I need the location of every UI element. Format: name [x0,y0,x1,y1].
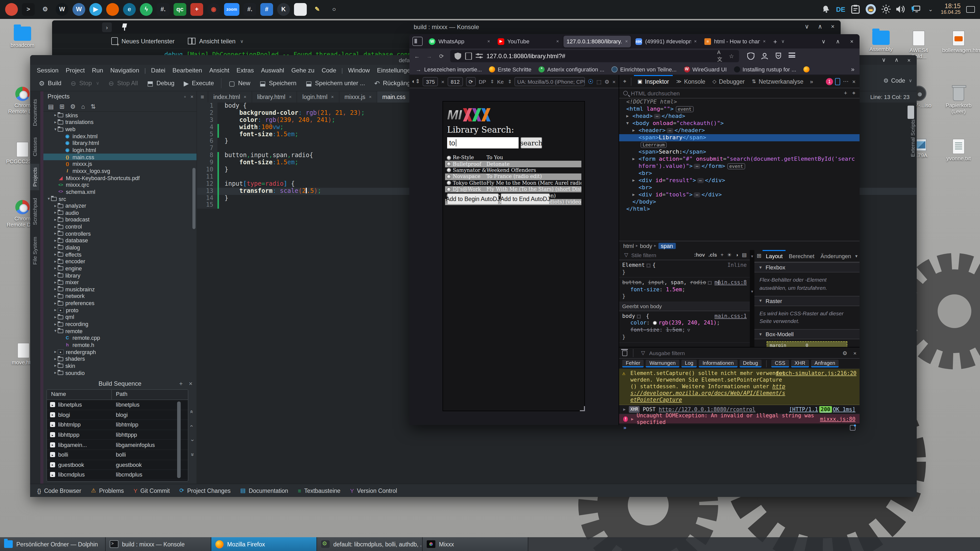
forward-icon[interactable]: → [426,52,433,60]
add-rule-icon[interactable]: + [721,252,724,258]
status-item-git-commit[interactable]: YGit Commit [134,487,170,494]
browser-tab-html-how-to-chan[interactable]: ≡html - How to chan× [701,35,769,47]
grid-section-header[interactable]: ▼Raster [754,295,859,306]
close-icon[interactable]: × [289,94,292,100]
console-warning[interactable]: ⚠ Element.setCapture() sollte nicht mehr… [619,369,859,405]
bookmark-star-icon[interactable]: ☆ [728,52,735,60]
desktop-icon[interactable]: yvonne.txt [942,139,975,162]
filter-chip-anfragen[interactable]: Anfragen [811,360,838,367]
tree-item-mixxx-keyboard-shortcuts.pdf[interactable]: ◢Mixxx-Keyboard-Shortcuts.pdf [43,175,197,181]
taskbar-item-dolphin[interactable]: Persönlicher Ordner — Dolphin [0,537,106,551]
inspector-search[interactable]: HTML durchsuchen +⌖ [619,88,859,98]
arrow-right-icon[interactable]: ▶ [632,156,635,163]
arrow-right-icon[interactable]: ▸ [53,356,58,361]
close-icon[interactable]: × [625,39,628,44]
column-header-name[interactable]: Name [47,390,112,400]
pencil-icon[interactable]: ✎ [311,3,324,16]
arrow-right-icon[interactable]: ▸ [53,266,58,271]
arrow-right-icon[interactable]: ▸ [53,218,58,222]
overridden-filter-icon[interactable]: ▽ [687,327,690,333]
virtual-desktop-pager[interactable] [966,6,975,13]
arrow-down-icon[interactable]: ▾ [53,127,58,131]
bookmark-lesezeichen-importie-[interactable]: →Lesezeichen importie... [415,66,482,72]
minimize-icon[interactable]: ∨ [821,38,826,44]
track-row[interactable]: Tokyo Ghetto PussyFly Me to the Moon (Ma… [445,180,581,186]
expand-ellipsis-badge[interactable]: ⋯ [667,128,673,133]
sidebar-menu-icon[interactable]: ▾ [855,253,858,259]
radio-button[interactable] [447,162,451,166]
tree-item-dialog[interactable]: ▸dialog [43,244,197,251]
editor-tab-library-html[interactable]: library.html× [252,91,297,103]
filter-chip-informationen[interactable]: Informationen [699,360,737,367]
menu-ansicht[interactable]: Ansicht [206,67,233,74]
back-icon[interactable]: ← [414,52,421,60]
dock-tab-file-system[interactable]: File System [30,233,39,268]
stylesheet-link[interactable]: main.css:8 [714,279,747,286]
arrow-right-icon[interactable]: ▶ [632,127,635,134]
arrow-right-icon[interactable]: ▸ [53,315,58,319]
console-input[interactable]: » [619,424,859,432]
devtools-tab-netzwerkanalyse[interactable]: ⇅Netzwerkanalyse [748,75,807,88]
close-panel-icon[interactable]: × [190,94,193,99]
menu-auswahl[interactable]: Auswahl [258,67,288,74]
close-icon[interactable]: × [244,94,247,100]
menu-gehe-zu[interactable]: Gehe zu [288,67,318,74]
event-badge[interactable]: Leerraum [641,142,667,148]
bookmark-installing-rustup-for-[interactable]: Installing rustup for ... [734,66,796,72]
markup-node[interactable]: <span>Search:</span> [619,148,859,156]
tree-item-rendergraph[interactable]: ▸▸rendergraph [43,348,197,355]
move-up-icon[interactable]: ‹ [189,425,195,427]
markup-node[interactable]: ▼<body onload="checkauth()"> [619,120,859,127]
list-view-icon[interactable]: ▤ [48,103,54,110]
editor-tab-mixxx-js[interactable]: mixxx.js× [339,91,377,103]
arrow-right-icon[interactable]: ▸ [53,231,58,236]
speichern-button[interactable]: ⬓Speichern [255,76,301,90]
tree-item-musicbrainz[interactable]: ▸musicbrainz [43,286,197,292]
menu-hamburger-icon[interactable] [789,52,795,58]
tree-item-audio[interactable]: ▸audio [43,209,197,216]
desktop-icon[interactable]: bollerwagen.html [942,30,975,53]
throttle-selector[interactable]: Ke [497,78,504,84]
maximize-icon[interactable]: ∧ [836,38,840,44]
arrow-down-icon[interactable]: ▾ [46,197,51,201]
menu-navigation[interactable]: Navigation [107,67,143,74]
arrow-right-icon[interactable]: ▸ [53,301,58,305]
filter-chip-warnungen[interactable]: Warnungen [646,360,679,367]
menu-code[interactable]: Code [318,67,340,74]
code-button[interactable]: ⚙Code∨ [883,77,912,84]
arrow-down-icon[interactable]: ▾ [53,329,58,333]
tree-item-library[interactable]: ▸library [43,272,197,279]
arrow-right-icon[interactable]: ▸ [53,364,58,368]
close-icon[interactable]: × [694,39,697,44]
boxmodel-section-header[interactable]: ▼Box-Modell [754,329,859,339]
rule-main-css-8[interactable]: button, input, span, radio {main.css:8fo… [619,278,750,302]
filter-chip-log[interactable]: Log [681,360,697,367]
wordpress-icon[interactable]: W [56,3,68,16]
circle-icon[interactable]: ○ [328,3,340,16]
add-node-icon[interactable]: + [844,90,847,97]
spark-icon[interactable]: ϟ [140,3,153,16]
close-icon[interactable]: × [850,38,853,44]
arrow-right-icon[interactable]: ▸ [53,370,58,375]
desktop-icon[interactable]: broadcom [6,27,39,48]
tree-item-mixxx.js[interactable]: {}mixxx.js [43,160,197,167]
menu-bearbeiten[interactable]: Bearbeiten [169,67,206,74]
console-error-row[interactable]: ! ▶ Uncaught DOMException: An invalid or… [619,414,859,424]
breadcrumb-span[interactable]: span [658,243,676,249]
tree-item-src[interactable]: ▾src [43,195,197,202]
rule-element[interactable]: Element{Inline} [619,260,750,278]
tree-item-effects[interactable]: ▸effects [43,251,197,258]
close-icon[interactable]: × [487,39,490,44]
arrow-right-icon[interactable]: ▸ [53,203,58,208]
shield-icon[interactable] [454,52,461,60]
dock-tab-projects[interactable]: Projects [30,164,39,191]
viewport-width-input[interactable]: 375 [423,77,438,86]
markup-node[interactable]: <!DOCTYPE html> [619,98,859,106]
sidebar-tab-berechnet[interactable]: Berechnet [786,250,818,262]
editor-tab-index-html[interactable]: index.html× [208,91,252,103]
float-panel-icon[interactable]: ▫ [184,94,186,99]
markup-node[interactable]: ▶<div id="tools">⋯</div> [619,191,859,198]
close-panel-icon[interactable]: × [189,380,192,387]
close-icon[interactable]: × [763,39,765,44]
build-sequence-row[interactable]: ▸bollibolli [47,450,188,460]
